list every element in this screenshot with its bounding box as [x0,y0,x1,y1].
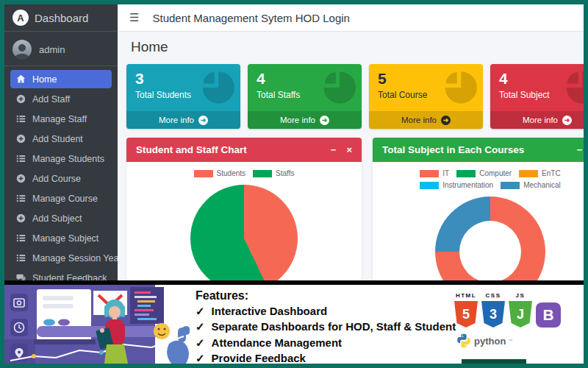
legend-label: Students [217,169,245,177]
panel-title: Total Subject in Each Courses [382,144,524,155]
python-logo: python™ [456,333,584,349]
more-info-link[interactable]: More info➜ [126,111,240,129]
check-icon: ✓ [196,303,205,319]
legend-label: IT [442,169,449,177]
minimize-icon[interactable]: − [331,144,337,155]
list-icon [15,233,26,244]
promo-band: Features: ✓Interactive Dashboard✓Separat… [4,285,584,364]
legend-label: Mechanical [523,181,561,189]
app-title: Student Management Sytem HOD Login [152,12,349,24]
list-icon [15,253,26,263]
legend-item-mechanical[interactable]: Mechanical [501,181,561,189]
stat-card-total-students: 3Total StudentsMore info➜ [126,64,240,129]
minimize-icon[interactable]: − [577,144,583,155]
chart-legend: ITComputerEnTCInstrumentationMechanical [373,169,584,189]
sidebar-item-label: Home [32,74,57,85]
close-icon[interactable]: × [346,144,352,155]
arrow-circle-right-icon: ➜ [320,116,329,125]
panel-header: Total Subject in Each Courses − × [373,138,584,162]
sidebar-item-label: Manage Course [32,194,98,204]
plus-icon [15,94,26,105]
arrow-circle-right-icon: ➜ [562,116,572,125]
app-logo-icon: A [12,10,29,26]
chart-panels-row: Student and Staff Chart − × StudentsStaf… [126,138,584,280]
pie-graph-icon [318,69,356,110]
list-icon [15,154,26,164]
bootstrap-logo: B [536,294,561,328]
shield-badges: HTML 5 CSS 3 JS J B [454,292,584,328]
pie-graph-icon [197,69,235,110]
doughnut-hole [459,221,521,280]
code-block [130,287,164,324]
check-icon: ✓ [196,335,205,350]
sidebar-item-add-student[interactable]: Add Student [10,130,112,148]
camera-icon [10,294,28,311]
legend-item-computer[interactable]: Computer [456,169,512,177]
legend-swatch [519,170,538,177]
sidebar-item-label: Manage Subject [32,233,98,244]
features-block: Features: ✓Interactive Dashboard✓Separat… [196,289,456,364]
sidebar-menu: HomeAdd StaffManage StaffAdd StudentMana… [4,66,118,280]
sidebar-item-manage-session-year[interactable]: Manage Session Year [10,249,112,267]
sidebar-item-label: Manage Students [32,154,104,164]
sidebar-item-add-course[interactable]: Add Course [10,169,112,188]
top-navbar: ☰ Student Management Sytem HOD Login [118,4,584,32]
more-info-link[interactable]: More info➜ [248,111,362,129]
list-icon [15,194,26,204]
html5-shield-icon: 5 [454,301,478,328]
main-area: ☰ Student Management Sytem HOD Login Hom… [118,4,584,280]
subjects-per-course-panel: Total Subject in Each Courses − × ITComp… [373,138,584,280]
sidebar-item-label: Add Staff [32,94,70,105]
sidebar-item-student-feedback[interactable]: Student Feedback [10,269,112,280]
feature-item: ✓Attendance Management [196,335,456,350]
legend-item-instrumentation[interactable]: Instrumentation [420,181,493,189]
sidebar-item-label: Add Subject [32,213,82,224]
app-frame: A Dashboard admin HomeAdd StaffManage St… [0,0,588,368]
chart-legend: StudentsStaffs [126,169,362,177]
menu-toggle-icon[interactable]: ☰ [129,11,139,24]
panel-title: Student and Staff Chart [136,144,247,155]
panel-header: Student and Staff Chart − × [126,138,362,162]
dashboard-screenshot: A Dashboard admin HomeAdd StaffManage St… [4,4,584,280]
panel-body: StudentsStaffs [126,162,362,280]
pie-graph-icon [440,69,478,110]
sidebar-item-label: Manage Staff [32,114,87,124]
legend-swatch [420,170,439,177]
sidebar-item-manage-course[interactable]: Manage Course [10,189,112,208]
legend-item-students[interactable]: Students [194,169,245,177]
brand-label: Dashboard [35,12,88,24]
user-name: admin [39,44,65,55]
stat-card-total-subject: 4Total SubjectMore info➜ [490,64,584,129]
legend-swatch [420,182,439,189]
students-staff-pie-chart [190,185,298,280]
legend-label: Computer [479,169,512,177]
features-title: Features: [196,289,456,302]
legend-item-entc[interactable]: EnTC [519,169,561,177]
features-list: ✓Interactive Dashboard✓Separate Dashboar… [196,303,456,364]
sidebar-item-add-subject[interactable]: Add Subject [10,209,112,227]
user-panel[interactable]: admin [4,32,118,66]
brand[interactable]: A Dashboard [4,4,118,32]
sidebar-item-manage-subject[interactable]: Manage Subject [10,229,112,247]
comments-icon [15,273,26,281]
legend-label: Instrumentation [442,181,493,189]
legend-item-it[interactable]: IT [420,169,449,177]
sidebar-item-add-staff[interactable]: Add Staff [10,90,112,108]
avatar [12,40,32,59]
more-info-link[interactable]: More info➜ [490,111,584,129]
sidebar-item-manage-students[interactable]: Manage Students [10,149,112,168]
stat-card-total-course: 5Total CourseMore info➜ [369,64,483,129]
sidebar: A Dashboard admin HomeAdd StaffManage St… [4,4,118,280]
blue-hand-shape [167,326,190,364]
feature-item: ✓Separate Dashboards for HOD, Staff & St… [196,319,456,334]
content-area: Home 3Total StudentsMore info➜4Total Sta… [118,32,584,280]
stat-card-total-staffs: 4Total StaffsMore info➜ [248,64,362,129]
legend-item-staffs[interactable]: Staffs [253,169,294,177]
js-logo: JS J [509,292,532,328]
more-info-link[interactable]: More info➜ [369,111,483,129]
sidebar-item-manage-staff[interactable]: Manage Staff [10,110,112,128]
footer-illustration [4,285,190,364]
js-shield-icon: J [509,301,532,328]
html5-logo: HTML 5 [454,292,478,328]
sidebar-item-home[interactable]: Home [10,70,112,88]
